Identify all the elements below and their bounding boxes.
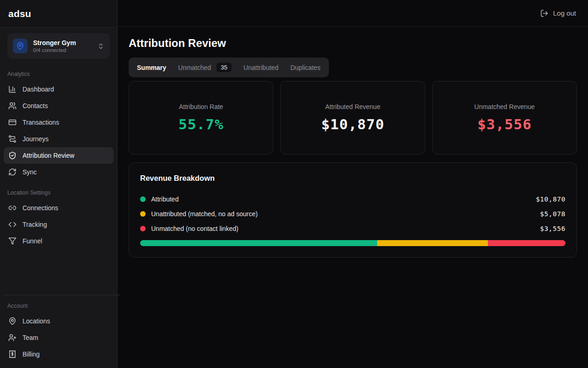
stat-label: Attribution Rate <box>179 103 223 110</box>
bar-segment-unmatched <box>488 240 565 246</box>
revenue-breakdown-card: Revenue Breakdown Attributed $10,870 Una… <box>129 162 577 258</box>
shield-check-icon <box>8 151 17 160</box>
stat-card-unmatched-revenue: Unmatched Revenue $3,556 <box>432 81 577 155</box>
sidebar-item-label: Connections <box>23 204 58 212</box>
sidebar-item-label: Transactions <box>23 119 59 126</box>
sidebar-item-label: Locations <box>23 317 50 325</box>
sidebar: adsu Stronger Gym 0/4 connected Analytic… <box>0 0 118 368</box>
sidebar-footer: Account Locations Team Billing <box>0 295 117 368</box>
content: Attribution Review Summary Unmatched 35 … <box>118 27 588 258</box>
location-name: Stronger Gym <box>33 39 92 47</box>
sidebar-item-label: Dashboard <box>23 86 54 93</box>
sidebar-item-label: Funnel <box>23 237 42 245</box>
user-plus-icon <box>8 334 17 342</box>
log-out-icon <box>540 9 548 17</box>
sidebar-item-funnel[interactable]: Funnel <box>4 233 113 249</box>
tab-label: Unmatched <box>178 64 211 71</box>
location-meta: Stronger Gym 0/4 connected <box>33 39 92 54</box>
breakdown-row-value: $10,870 <box>536 196 565 203</box>
map-pin-icon <box>16 42 24 50</box>
tab-label: Summary <box>137 64 166 71</box>
map-pin-icon <box>8 317 17 325</box>
sidebar-item-billing[interactable]: Billing <box>4 346 113 362</box>
sidebar-item-tracking[interactable]: Tracking <box>4 216 113 233</box>
tab-duplicates[interactable]: Duplicates <box>285 61 326 74</box>
breakdown-row-value: $3,556 <box>540 225 565 232</box>
breakdown-rows: Attributed $10,870 Unattributed (matched… <box>140 192 565 236</box>
credit-card-icon <box>8 118 17 126</box>
users-icon <box>8 102 17 110</box>
bar-segment-unattributed <box>377 240 488 246</box>
stat-value: $10,870 <box>321 116 384 132</box>
sidebar-header: adsu <box>0 0 117 28</box>
stat-card-attribution-rate: Attribution Rate 55.7% <box>129 81 273 155</box>
tab-label: Unattributed <box>243 64 278 71</box>
breakdown-row-unattributed: Unattributed (matched, no ad source) $5,… <box>140 207 565 221</box>
app-root: adsu Stronger Gym 0/4 connected Analytic… <box>0 0 588 368</box>
chevrons-up-down-icon <box>97 43 104 50</box>
section-label-location-settings: Location Settings <box>7 190 110 196</box>
tab-bar: Summary Unmatched 35 Unattributed Duplic… <box>129 58 329 77</box>
location-status: 0/4 connected <box>33 47 92 54</box>
tab-summary[interactable]: Summary <box>131 61 172 74</box>
sidebar-divider <box>4 295 120 295</box>
sidebar-item-label: Journeys <box>23 135 49 143</box>
stat-value: $3,556 <box>477 116 531 132</box>
refresh-icon <box>8 168 17 176</box>
location-pin-tile <box>13 39 28 53</box>
main-area: Log out Attribution Review Summary Unmat… <box>118 0 588 368</box>
sidebar-item-label: Team <box>23 334 38 341</box>
brand-logo: adsu <box>8 8 31 19</box>
amber-dot-icon <box>140 211 146 217</box>
page-title: Attribution Review <box>129 37 577 50</box>
tab-unmatched[interactable]: Unmatched 35 <box>173 60 237 75</box>
sidebar-item-contacts[interactable]: Contacts <box>4 98 113 114</box>
stat-cards: Attribution Rate 55.7% Attributed Revenu… <box>129 81 577 155</box>
sidebar-item-team[interactable]: Team <box>4 329 113 346</box>
tab-unattributed[interactable]: Unattributed <box>238 61 284 74</box>
breakdown-row-value: $5,078 <box>540 210 565 218</box>
logout-label: Log out <box>553 9 576 17</box>
sidebar-item-attribution-review[interactable]: Attribution Review <box>4 147 113 164</box>
breakdown-row-unmatched: Unmatched (no contact linked) $3,556 <box>140 221 565 236</box>
sidebar-item-locations[interactable]: Locations <box>4 313 113 329</box>
sidebar-item-label: Attribution Review <box>23 152 74 159</box>
sidebar-item-sync[interactable]: Sync <box>4 164 113 180</box>
stat-label: Attributed Revenue <box>325 103 380 110</box>
revenue-stacked-bar <box>140 240 565 246</box>
breakdown-row-label: Unattributed (matched, no ad source) <box>151 210 535 218</box>
section-label-analytics: Analytics <box>7 71 110 77</box>
red-dot-icon <box>140 226 146 231</box>
sidebar-item-label: Contacts <box>23 102 48 109</box>
location-selector[interactable]: Stronger Gym 0/4 connected <box>7 33 110 59</box>
stat-value: 55.7% <box>179 116 224 132</box>
sidebar-item-label: Sync <box>23 168 37 176</box>
topbar: Log out <box>118 0 588 27</box>
link-icon <box>8 204 17 212</box>
sidebar-item-journeys[interactable]: Journeys <box>4 131 113 147</box>
code-icon <box>8 220 17 229</box>
logout-button[interactable]: Log out <box>540 9 576 17</box>
section-label-account: Account <box>7 303 110 309</box>
green-dot-icon <box>140 196 146 202</box>
sidebar-item-label: Billing <box>23 351 40 358</box>
sidebar-item-transactions[interactable]: Transactions <box>4 114 113 131</box>
breakdown-title: Revenue Breakdown <box>140 174 565 183</box>
bar-segment-attributed <box>140 240 377 246</box>
sidebar-item-dashboard[interactable]: Dashboard <box>4 81 113 98</box>
stat-card-attributed-revenue: Attributed Revenue $10,870 <box>280 81 425 155</box>
funnel-icon <box>8 237 17 245</box>
bar-chart-icon <box>8 85 17 93</box>
sidebar-nav: Analytics Dashboard Contacts Transaction… <box>0 62 117 295</box>
route-icon <box>8 135 17 143</box>
stat-label: Unmatched Revenue <box>475 103 535 110</box>
tab-label: Duplicates <box>290 64 320 71</box>
receipt-icon <box>8 350 17 358</box>
breakdown-row-label: Unmatched (no contact linked) <box>151 225 535 232</box>
sidebar-item-connections[interactable]: Connections <box>4 200 113 216</box>
breakdown-row-attributed: Attributed $10,870 <box>140 192 565 207</box>
breakdown-row-label: Attributed <box>151 196 530 203</box>
sidebar-item-label: Tracking <box>23 221 47 228</box>
unmatched-count-badge: 35 <box>216 63 231 72</box>
